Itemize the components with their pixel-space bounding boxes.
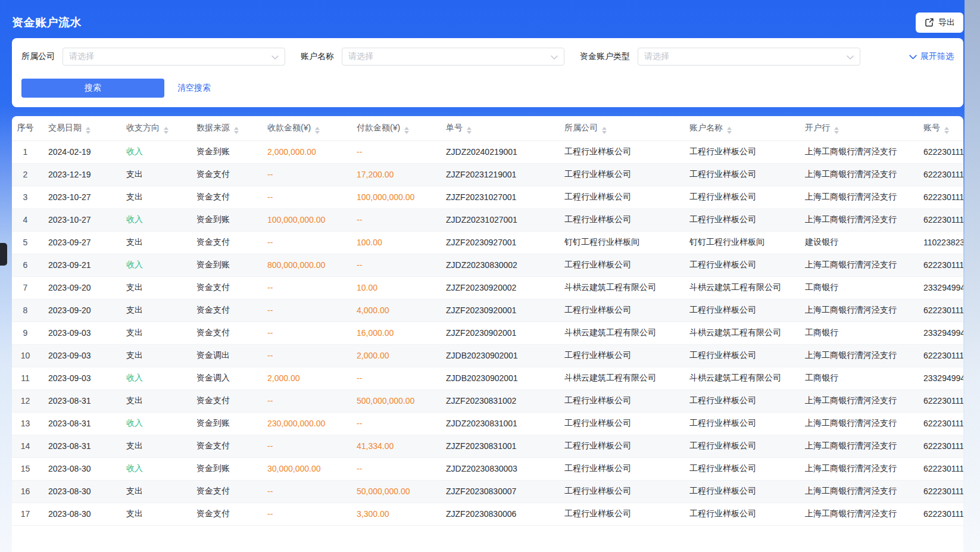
column-label: 付款金额(¥) xyxy=(357,123,400,132)
cell-order_no: ZJZF20231219001 xyxy=(436,163,555,186)
cell-order_no: ZJZF20231027001 xyxy=(436,186,555,208)
export-icon xyxy=(924,17,934,27)
sort-icon xyxy=(944,127,949,134)
cell-expense: 2,000.00 xyxy=(347,344,436,367)
cell-order_no: ZJZF20230830007 xyxy=(436,480,555,503)
cell-bank: 上海工商银行漕河泾支行 xyxy=(795,503,914,525)
cell-account_name: 工程行业样板公司 xyxy=(680,480,795,503)
expand-filters-link[interactable]: 展开筛选 xyxy=(909,51,954,62)
fund-account-type-select[interactable]: 请选择 xyxy=(638,48,860,66)
cell-date: 2023-08-30 xyxy=(39,503,117,525)
cell-company: 工程行业样板公司 xyxy=(555,163,680,186)
company-select[interactable]: 请选择 xyxy=(63,48,285,66)
cell-account_name: 工程行业样板公司 xyxy=(680,344,795,367)
column-header-source[interactable]: 数据来源 xyxy=(187,116,258,141)
cell-order_no: ZJZF20230927001 xyxy=(436,231,555,254)
cell-source: 资金支付 xyxy=(187,163,258,186)
cell-order_no: ZJZF20230902001 xyxy=(436,322,555,344)
cell-account_no: 622230111 xyxy=(914,208,963,231)
column-header-expense[interactable]: 付款金额(¥) xyxy=(347,116,436,141)
column-header-order_no[interactable]: 单号 xyxy=(436,116,555,141)
column-label: 账号 xyxy=(923,123,940,132)
column-header-account_name[interactable]: 账户名称 xyxy=(680,116,795,141)
cell-source: 资金支付 xyxy=(187,186,258,208)
cell-expense: 10.00 xyxy=(347,276,436,299)
cell-bank: 上海工商银行漕河泾支行 xyxy=(795,208,914,231)
column-label: 开户行 xyxy=(805,123,830,132)
cell-income: -- xyxy=(258,435,347,457)
cell-date: 2023-10-27 xyxy=(39,208,117,231)
cell-company: 工程行业样板公司 xyxy=(555,344,680,367)
cell-direction: 支出 xyxy=(117,389,187,412)
cell-order_no: ZJZF20230831001 xyxy=(436,435,555,457)
cell-no: 3 xyxy=(12,186,39,208)
cell-expense: -- xyxy=(347,457,436,480)
cell-no: 6 xyxy=(12,254,39,276)
cell-date: 2024-02-19 xyxy=(39,141,117,163)
cell-account_name: 工程行业样板公司 xyxy=(680,141,795,163)
cell-company: 工程行业样板公司 xyxy=(555,299,680,322)
cell-source: 资金支付 xyxy=(187,322,258,344)
cell-source: 资金到账 xyxy=(187,457,258,480)
column-label: 所属公司 xyxy=(564,123,598,132)
table-row: 162023-08-30支出资金支付--50,000,000.00ZJZF202… xyxy=(12,480,963,503)
cell-account_no: 622230111 xyxy=(914,480,963,503)
cell-order_no: ZJZF20230830006 xyxy=(436,503,555,525)
cell-account_name: 工程行业样板公司 xyxy=(680,457,795,480)
cell-account_no: 622230111 xyxy=(914,435,963,457)
column-header-no: 序号 xyxy=(12,116,39,141)
cell-income: 230,000,000.00 xyxy=(258,412,347,435)
table-panel: 序号交易日期收支方向数据来源收款金额(¥)付款金额(¥)单号所属公司账户名称开户… xyxy=(12,116,963,552)
table-row: 12024-02-19收入资金到账2,000,000.00--ZJDZ20240… xyxy=(12,141,963,163)
filter-row: 所属公司 请选择 账户名称 请选择 资金账户类型 请选择 xyxy=(21,48,954,66)
column-header-income[interactable]: 收款金额(¥) xyxy=(258,116,347,141)
cell-date: 2023-09-03 xyxy=(39,367,117,389)
cell-expense: 17,200.00 xyxy=(347,163,436,186)
cell-direction: 支出 xyxy=(117,231,187,254)
cell-account_name: 工程行业样板公司 xyxy=(680,186,795,208)
column-label: 收款金额(¥) xyxy=(267,123,311,132)
account-name-select[interactable]: 请选择 xyxy=(342,48,564,66)
sort-icon xyxy=(86,127,90,134)
cell-direction: 收入 xyxy=(117,412,187,435)
cell-direction: 收入 xyxy=(117,208,187,231)
cell-account_name: 工程行业样板公司 xyxy=(680,163,795,186)
column-header-company[interactable]: 所属公司 xyxy=(555,116,680,141)
cell-source: 资金调出 xyxy=(187,344,258,367)
cell-account_no: 622230111 xyxy=(914,186,963,208)
cell-expense: -- xyxy=(347,412,436,435)
table-row: 62023-09-21收入资金到账800,000,000.00--ZJDZ202… xyxy=(12,254,963,276)
clear-search-link[interactable]: 清空搜索 xyxy=(177,83,211,93)
cell-no: 14 xyxy=(12,435,39,457)
cell-income: -- xyxy=(258,186,347,208)
cell-bank: 上海工商银行漕河泾支行 xyxy=(795,435,914,457)
export-button[interactable]: 导出 xyxy=(916,13,963,33)
cell-source: 资金支付 xyxy=(187,276,258,299)
column-header-date[interactable]: 交易日期 xyxy=(39,116,117,141)
export-button-label: 导出 xyxy=(938,17,955,28)
column-label: 单号 xyxy=(446,123,463,132)
table-row: 132023-08-31收入资金到账230,000,000.00--ZJDZ20… xyxy=(12,412,963,435)
cell-expense: -- xyxy=(347,141,436,163)
page-scrollbar-gutter[interactable] xyxy=(965,0,980,552)
cell-direction: 支出 xyxy=(117,299,187,322)
column-header-direction[interactable]: 收支方向 xyxy=(117,116,187,141)
cell-direction: 支出 xyxy=(117,322,187,344)
cell-company: 斗栱云建筑工程有限公司 xyxy=(555,367,680,389)
cell-order_no: ZJDZ20230830002 xyxy=(436,254,555,276)
cell-expense: -- xyxy=(347,367,436,389)
cell-company: 斗栱云建筑工程有限公司 xyxy=(555,276,680,299)
cell-income: -- xyxy=(258,299,347,322)
search-button[interactable]: 搜索 xyxy=(21,79,164,98)
column-header-bank[interactable]: 开户行 xyxy=(795,116,914,141)
cell-expense: 500,000,000.00 xyxy=(347,389,436,412)
table-row: 122023-08-31支出资金支付--500,000,000.00ZJZF20… xyxy=(12,389,963,412)
cell-income: 30,000,000.00 xyxy=(258,457,347,480)
cell-company: 工程行业样板公司 xyxy=(555,208,680,231)
cell-direction: 支出 xyxy=(117,480,187,503)
cell-source: 资金支付 xyxy=(187,503,258,525)
column-header-account_no[interactable]: 账号 xyxy=(914,116,963,141)
collapsed-side-tab[interactable] xyxy=(0,243,7,266)
cell-account_name: 工程行业样板公司 xyxy=(680,503,795,525)
cell-account_name: 斗栱云建筑工程有限公司 xyxy=(680,367,795,389)
